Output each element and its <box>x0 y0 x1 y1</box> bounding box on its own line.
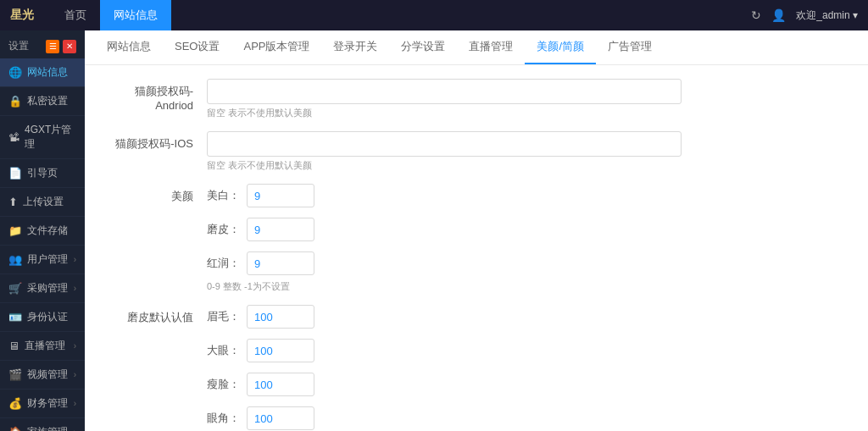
beauty-hongrun-row: 红润： <box>207 251 682 275</box>
default-dayan-label: 大眼： <box>207 343 240 358</box>
default-skin-row: 磨皮默认认值 眉毛： 大眼： 瘦脸： <box>105 305 848 431</box>
sidebar: 设置 ☰ ✕ 🌐网站信息 🔒私密设置 📽4GXT片管理 📄引导页 ⬆上传设置 📁… <box>0 30 85 431</box>
chevron-icon: › <box>74 255 76 264</box>
sidebar-header: 设置 ☰ ✕ <box>0 34 85 58</box>
tab-beauty[interactable]: 美颜/简颜 <box>525 30 596 64</box>
chevron-icon: › <box>74 284 76 293</box>
sidebar-item-video[interactable]: 🎬视频管理 › <box>0 361 85 390</box>
brand-logo: 星光 <box>10 8 34 23</box>
chevron-icon: › <box>74 341 76 351</box>
beauty-mopi-input[interactable] <box>247 218 314 241</box>
default-skin-fields-group: 眉毛： 大眼： 瘦脸： 眼角： <box>207 305 682 431</box>
beauty-baimei-input[interactable] <box>247 184 314 207</box>
top-nav: 首页 网站信息 <box>51 0 751 30</box>
beauty-mopi-label: 磨皮： <box>207 222 240 237</box>
ios-auth-hint: 留空 表示不使用默认美颜 <box>207 159 682 172</box>
sidebar-title: 设置 <box>8 39 29 53</box>
content-area: 网站信息 SEO设置 APP版本管理 登录开关 分学设置 直播管理 美颜/简颜 … <box>85 30 868 431</box>
sidebar-item-siteinfo[interactable]: 🌐网站信息 <box>0 58 85 87</box>
sidebar-item-4gxt[interactable]: 📽4GXT片管理 <box>0 116 85 159</box>
user-label[interactable]: 欢迎_admin ▾ <box>796 8 858 23</box>
android-auth-hint: 留空 表示不使用默认美颜 <box>207 107 682 119</box>
tab-seo[interactable]: SEO设置 <box>163 30 231 64</box>
beauty-row: 美颜 美白： 磨皮： 红润： <box>105 184 848 293</box>
tab-fensettings[interactable]: 分学设置 <box>389 30 457 64</box>
default-yanjiao-label: 眼角： <box>207 411 240 426</box>
beauty-hongrun-input[interactable] <box>247 251 314 275</box>
topbar-right: ↻ 👤 欢迎_admin ▾ <box>751 8 858 23</box>
default-meimao-label: 眉毛： <box>207 309 240 324</box>
beauty-baimei-label: 美白： <box>207 188 240 203</box>
sidebar-item-purchase[interactable]: 🛒采购管理 › <box>0 274 85 303</box>
chevron-icon: › <box>74 399 76 408</box>
beauty-sub-group: 美白： 磨皮： 红润： <box>207 184 682 275</box>
topnav-siteinfo[interactable]: 网站信息 <box>100 0 171 30</box>
tab-bar: 网站信息 SEO设置 APP版本管理 登录开关 分学设置 直播管理 美颜/简颜 … <box>85 30 868 65</box>
sidebar-icon-group: ☰ ✕ <box>46 40 76 53</box>
topnav-home[interactable]: 首页 <box>51 0 100 30</box>
default-meimao-row: 眉毛： <box>207 305 682 329</box>
sidebar-item-guide[interactable]: 📄引导页 <box>0 159 85 188</box>
android-auth-row: 猫颜授权码-Andriod 留空 表示不使用默认美颜 <box>105 79 848 119</box>
tab-loginswitch[interactable]: 登录开关 <box>321 30 389 64</box>
android-auth-label: 猫颜授权码-Andriod <box>105 79 207 112</box>
ios-auth-field: 留空 表示不使用默认美颜 <box>207 131 682 172</box>
tab-appversion[interactable]: APP版本管理 <box>231 30 321 64</box>
tab-livemgmt[interactable]: 直播管理 <box>457 30 525 64</box>
default-meimao-input[interactable] <box>247 305 314 329</box>
default-dayan-row: 大眼： <box>207 339 682 362</box>
sidebar-item-upload[interactable]: ⬆上传设置 <box>0 188 85 217</box>
beauty-mopi-row: 磨皮： <box>207 218 682 241</box>
default-dayan-input[interactable] <box>247 339 314 362</box>
tab-siteinfo[interactable]: 网站信息 <box>95 30 163 64</box>
sidebar-toggle-btn[interactable]: ☰ <box>46 40 59 53</box>
form-content: 猫颜授权码-Andriod 留空 表示不使用默认美颜 猫颜授权码-IOS 留空 … <box>85 65 868 431</box>
default-skin-label: 磨皮默认认值 <box>105 305 207 325</box>
sidebar-item-live[interactable]: 🖥直播管理 › <box>0 332 85 361</box>
refresh-icon[interactable]: ↻ <box>751 8 761 22</box>
chevron-icon: › <box>74 428 76 431</box>
beauty-baimei-row: 美白： <box>207 184 682 207</box>
ios-auth-input[interactable] <box>207 131 682 157</box>
ios-auth-row: 猫颜授权码-IOS 留空 表示不使用默认美颜 <box>105 131 848 172</box>
tab-ads[interactable]: 广告管理 <box>596 30 664 64</box>
chevron-icon: › <box>74 370 76 379</box>
beauty-hongrun-label: 红润： <box>207 256 240 271</box>
default-shoulian-input[interactable] <box>247 373 314 396</box>
user-avatar-icon[interactable]: 👤 <box>771 8 786 22</box>
sidebar-item-users[interactable]: 👥用户管理 › <box>0 246 85 274</box>
android-auth-field: 留空 表示不使用默认美颜 <box>207 79 682 119</box>
android-auth-input[interactable] <box>207 79 682 104</box>
sidebar-item-finance[interactable]: 💰财务管理 › <box>0 390 85 418</box>
beauty-range-hint: 0-9 整数 -1为不设置 <box>207 280 682 293</box>
beauty-label: 美颜 <box>105 184 207 204</box>
sidebar-item-family[interactable]: 🏠家族管理 › <box>0 418 85 431</box>
ios-auth-label: 猫颜授权码-IOS <box>105 131 207 152</box>
sidebar-item-identity[interactable]: 🪪身份认证 <box>0 303 85 332</box>
main-layout: 设置 ☰ ✕ 🌐网站信息 🔒私密设置 📽4GXT片管理 📄引导页 ⬆上传设置 📁… <box>0 30 868 431</box>
topbar: 星光 首页 网站信息 ↻ 👤 欢迎_admin ▾ <box>0 0 868 30</box>
sidebar-item-filestorage[interactable]: 📁文件存储 <box>0 217 85 246</box>
default-sub-group: 眉毛： 大眼： 瘦脸： 眼角： <box>207 305 682 431</box>
default-yanjiao-row: 眼角： <box>207 406 682 430</box>
default-yanjiao-input[interactable] <box>247 406 314 430</box>
default-shoulian-label: 瘦脸： <box>207 377 240 392</box>
default-shoulian-row: 瘦脸： <box>207 373 682 396</box>
sidebar-close-btn[interactable]: ✕ <box>63 40 76 53</box>
beauty-fields-group: 美白： 磨皮： 红润： 0-9 整数 -1为不设置 <box>207 184 682 293</box>
sidebar-item-privacy[interactable]: 🔒私密设置 <box>0 87 85 116</box>
